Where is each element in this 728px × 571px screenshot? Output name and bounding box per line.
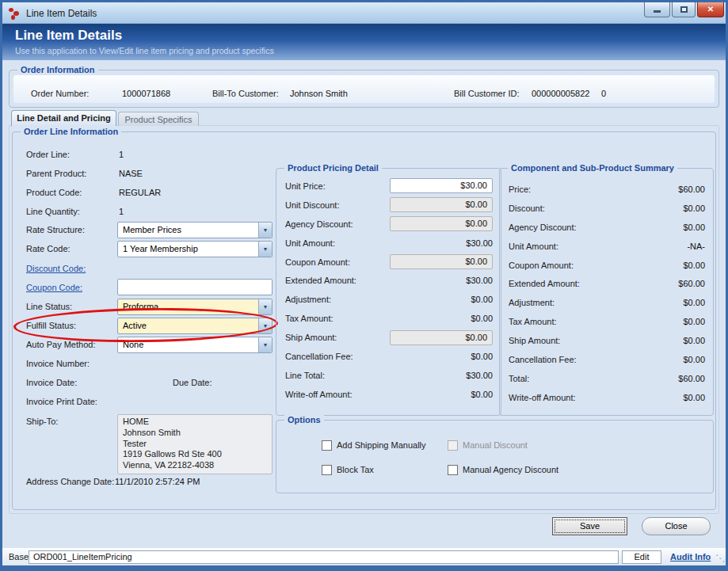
coupon-amount-input: $0.00 <box>390 254 493 269</box>
extended-amount-value: $60.00 <box>678 279 705 288</box>
manual-agency-discount-checkbox[interactable] <box>448 465 458 475</box>
bill-customer-id-value: 000000005822 <box>532 89 589 98</box>
coupon-code-link[interactable]: Coupon Code: <box>26 283 82 292</box>
window-title: Line Item Details <box>26 8 97 19</box>
manual-discount-label: Manual Discount <box>463 440 528 450</box>
pricing-row: Line Total:$30.00 <box>276 366 501 385</box>
line-quantity-value: 1 <box>119 207 124 216</box>
pricing-row: Write-off Amount:$0.00 <box>276 385 501 404</box>
adjustment-value: $0.00 <box>683 298 705 307</box>
order-line-value: 1 <box>119 150 124 159</box>
rate-code-dropdown[interactable]: 1 Year Membership ▼ <box>117 241 273 257</box>
rate-structure-dropdown[interactable]: Member Prices ▼ <box>117 222 273 238</box>
summary-row: Ship Amount:$0.00 <box>500 331 713 350</box>
block-tax-checkbox[interactable] <box>322 465 332 475</box>
component-summary-title: Component and Sub-Product Summary <box>508 162 677 173</box>
pricing-row: Adjustment:$0.00 <box>276 290 501 309</box>
summary-row: Cancellation Fee:$0.00 <box>500 350 713 369</box>
bill-customer-id-suffix: 0 <box>601 89 606 98</box>
order-information-body: Order Number: 1000071868 Bill-To Custome… <box>13 75 715 103</box>
chevron-down-icon[interactable]: ▼ <box>258 223 272 238</box>
extended-amount-value: $30.00 <box>466 276 493 285</box>
bill-to-customer-label: Bill-To Customer: <box>212 89 279 98</box>
agency-discount-value: $0.00 <box>683 223 705 232</box>
minimize-button[interactable] <box>644 2 670 17</box>
product-pricing-detail-group: Product Pricing Detail Unit Price:$30.00… <box>276 168 501 416</box>
summary-row: Agency Discount:$0.00 <box>500 218 713 237</box>
bill-customer-id-label: Bill Customer ID: <box>454 89 520 98</box>
chevron-down-icon[interactable]: ▼ <box>258 242 272 257</box>
order-number-label: Order Number: <box>31 89 89 98</box>
close-button-action[interactable]: Close <box>642 517 711 535</box>
summary-row: Total:$60.00 <box>500 369 713 388</box>
discount-value: $0.00 <box>683 204 705 213</box>
line-status-value: Proforma <box>123 302 158 311</box>
auto-pay-method-dropdown[interactable]: None ▼ <box>117 337 273 353</box>
fulfill-status-label: Fulfill Status: <box>26 321 76 330</box>
parent-product-value: NASE <box>119 169 143 178</box>
manual-agency-discount-label: Manual Agency Discount <box>463 465 558 474</box>
order-number-value: 1000071868 <box>122 89 170 98</box>
coupon-amount-value: $0.00 <box>683 261 705 270</box>
statusbar-edit-mode: Edit <box>622 550 661 564</box>
chevron-down-icon[interactable]: ▼ <box>258 318 272 333</box>
ship-amount-value: $0.00 <box>683 336 705 345</box>
audit-info-link[interactable]: Audit Info <box>670 552 711 561</box>
rate-code-value: 1 Year Membership <box>123 244 198 253</box>
summary-row: Adjustment:$0.00 <box>500 293 713 312</box>
line-status-dropdown[interactable]: Proforma ▼ <box>117 299 273 315</box>
auto-pay-method-label: Auto Pay Method: <box>26 340 95 349</box>
address-change-date-label: Address Change Date: <box>26 477 115 486</box>
discount-code-link[interactable]: Discount Code: <box>26 264 86 273</box>
chevron-down-icon[interactable]: ▼ <box>258 299 272 314</box>
tab-product-specifics[interactable]: Product Specifics <box>118 112 199 126</box>
summary-row: Coupon Amount:$0.00 <box>500 256 713 275</box>
coupon-code-input[interactable] <box>117 279 273 295</box>
tax-amount-value: $0.00 <box>471 314 493 323</box>
fulfill-status-dropdown[interactable]: Active ▼ <box>117 318 273 334</box>
status-bar: Base ORD001_LineItemPricing Edit Audit I… <box>2 548 726 565</box>
pricing-row: Tax Amount:$0.00 <box>276 309 501 328</box>
tax-amount-value: $0.00 <box>683 317 705 326</box>
title-bar[interactable]: Line Item Details ✕ <box>2 2 726 24</box>
close-icon: ✕ <box>707 5 714 13</box>
pricing-row: Cancellation Fee:$0.00 <box>276 347 501 366</box>
rate-structure-label: Rate Structure: <box>26 225 85 234</box>
cancellation-fee-value: $0.00 <box>471 352 493 361</box>
unit-discount-input: $0.00 <box>390 197 493 212</box>
due-date-label: Due Date: <box>173 378 212 387</box>
product-pricing-detail-title: Product Pricing Detail <box>284 162 382 173</box>
line-item-details-window: Line Item Details ✕ Line Item Details Us… <box>0 0 728 571</box>
add-shipping-manually-checkbox[interactable] <box>322 440 332 451</box>
page-title: Line Item Details <box>15 28 122 44</box>
statusbar-form-name: ORD001_LineItemPricing <box>29 550 619 564</box>
maximize-icon <box>680 6 688 13</box>
bill-to-customer-value: Johnson Smith <box>290 89 348 98</box>
pricing-row: Unit Amount:$30.00 <box>276 234 501 253</box>
unit-price-input[interactable]: $30.00 <box>390 178 493 193</box>
resize-grip[interactable]: ⋱ <box>715 553 724 564</box>
summary-row: Extended Amount:$60.00 <box>500 274 713 293</box>
tab-line-detail-and-pricing[interactable]: Line Detail and Pricing <box>11 110 116 126</box>
maximize-button[interactable] <box>672 2 696 17</box>
close-button[interactable]: ✕ <box>697 2 724 17</box>
product-code-label: Product Code: <box>26 188 82 197</box>
pricing-row: Agency Discount:$0.00 <box>276 215 501 234</box>
minimize-icon <box>654 10 661 13</box>
invoice-number-label: Invoice Number: <box>26 359 90 368</box>
summary-row: Price:$60.00 <box>500 180 713 199</box>
ship-amount-input: $0.00 <box>390 330 493 345</box>
component-summary-group: Component and Sub-Product Summary Price:… <box>499 168 714 416</box>
line-total-value: $30.00 <box>466 371 493 380</box>
order-line-information-title: Order Line Information <box>21 126 121 137</box>
adjustment-value: $0.00 <box>471 295 493 304</box>
pricing-row: Unit Price:$30.00 <box>276 177 501 196</box>
parent-product-label: Parent Product: <box>26 169 86 178</box>
pricing-row: Coupon Amount:$0.00 <box>276 253 501 272</box>
cancellation-fee-value: $0.00 <box>683 355 705 364</box>
chevron-down-icon[interactable]: ▼ <box>258 337 272 352</box>
save-button[interactable]: Save <box>552 517 627 535</box>
summary-row: Write-off Amount:$0.00 <box>500 388 713 407</box>
total-value: $60.00 <box>678 374 705 383</box>
ship-to-label: Ship-To: <box>26 417 58 426</box>
